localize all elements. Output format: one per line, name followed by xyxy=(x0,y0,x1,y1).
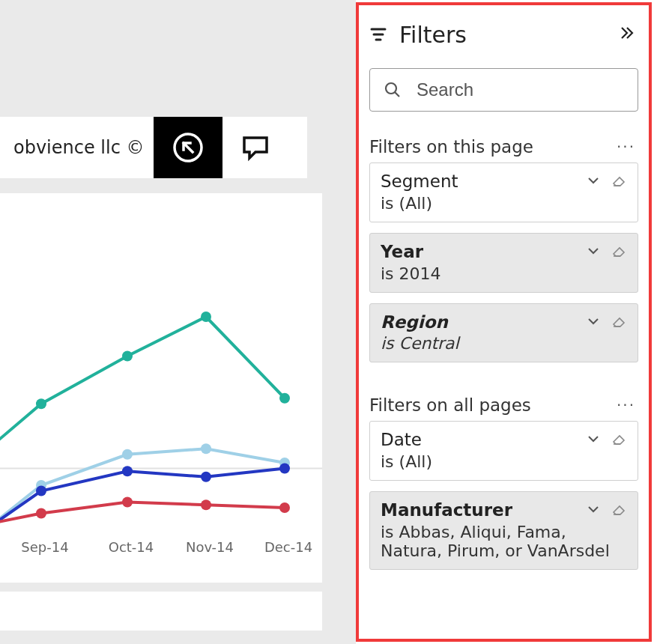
filter-section-more-button[interactable]: ··· xyxy=(617,138,638,156)
filters-pane-title: Filters xyxy=(399,22,619,48)
chart-series-marker xyxy=(122,466,133,476)
chart-series-marker xyxy=(201,443,211,454)
filter-clear-button[interactable] xyxy=(611,431,627,447)
ellipsis-icon: ··· xyxy=(617,396,635,414)
filter-card[interactable]: Regionis Central xyxy=(369,303,638,363)
filter-section-header: Filters on all pages··· xyxy=(369,395,638,415)
chevron-down-icon xyxy=(586,314,601,329)
chart-series-marker xyxy=(122,497,133,508)
chevron-down-icon xyxy=(586,431,601,446)
x-axis-tick-label: Sep-14 xyxy=(15,539,75,555)
chart-series-marker xyxy=(36,486,46,496)
comment-button[interactable] xyxy=(222,117,288,178)
svg-line-3 xyxy=(395,92,399,97)
chart-series-marker xyxy=(279,502,290,513)
chart-series-marker xyxy=(36,508,46,519)
filter-clear-button[interactable] xyxy=(611,313,627,329)
filter-card-name: Region xyxy=(381,312,585,333)
chart-x-axis: Sep-14Oct-14Nov-14Dec-14 xyxy=(0,539,322,562)
filter-card-name: Manufacturer xyxy=(381,499,585,521)
filters-pane-header: Filters xyxy=(369,19,638,50)
filter-card-name: Segment xyxy=(381,171,585,192)
chart-series-line xyxy=(0,317,285,452)
ellipsis-icon: ··· xyxy=(617,138,635,156)
chart-series-marker xyxy=(122,449,133,460)
filter-clear-button[interactable] xyxy=(611,172,627,189)
x-axis-tick-label: Dec-14 xyxy=(258,539,318,555)
filter-expand-button[interactable] xyxy=(585,313,602,329)
filter-section-title: Filters on all pages xyxy=(369,395,617,415)
filter-card-value: is Abbas, Aliqui, Fama, Natura, Pirum, o… xyxy=(381,523,627,560)
filter-expand-button[interactable] xyxy=(585,172,602,189)
filter-card[interactable]: Dateis (All) xyxy=(369,421,638,481)
chart-svg xyxy=(0,249,322,530)
x-axis-tick-label: Oct-14 xyxy=(101,539,161,555)
visual-header-strip: obvience llc © xyxy=(0,117,307,178)
eraser-icon xyxy=(611,431,626,446)
search-icon xyxy=(384,81,402,99)
x-axis-tick-label: Nov-14 xyxy=(180,539,240,555)
arrow-circle-icon xyxy=(171,130,205,165)
comment-icon xyxy=(240,133,270,162)
chevron-double-right-icon xyxy=(619,25,635,41)
svg-point-2 xyxy=(386,83,396,94)
canvas-top-gray xyxy=(0,0,356,117)
chart-series-marker xyxy=(279,393,290,404)
filter-clear-button[interactable] xyxy=(611,243,627,259)
filter-clear-button[interactable] xyxy=(611,501,627,517)
chart-series-marker xyxy=(122,351,133,362)
chevron-down-icon xyxy=(586,243,601,258)
filters-search-box[interactable] xyxy=(369,68,638,112)
filter-section-more-button[interactable]: ··· xyxy=(617,396,638,414)
filter-card-value: is Central xyxy=(381,334,627,353)
eraser-icon xyxy=(611,173,626,188)
filters-search-input[interactable] xyxy=(415,79,642,101)
filter-card[interactable]: Yearis 2014 xyxy=(369,233,638,293)
attribution-label: obvience llc © xyxy=(13,137,145,158)
report-canvas-left: obvience llc © Sep-14Oct-14Nov-14Dec-14 xyxy=(0,0,356,644)
filter-section-title: Filters on this page xyxy=(369,137,617,157)
canvas-bottom-strip xyxy=(0,592,322,631)
chart-plot-area xyxy=(0,249,322,530)
filter-icon xyxy=(369,25,389,43)
eraser-icon xyxy=(611,314,626,329)
filter-expand-button[interactable] xyxy=(585,243,602,259)
chart-series-marker xyxy=(279,464,290,474)
eraser-icon xyxy=(611,502,626,517)
chart-series-marker xyxy=(201,472,211,482)
filters-pane: Filters Filters on this page···Segmentis… xyxy=(356,2,652,642)
chevron-down-icon xyxy=(586,173,601,188)
filter-card-name: Year xyxy=(381,241,585,263)
chart-series-marker xyxy=(201,499,211,510)
filter-card[interactable]: Manufactureris Abbas, Aliqui, Fama, Natu… xyxy=(369,491,638,570)
chart-series-marker xyxy=(36,398,46,409)
filter-card-value: is 2014 xyxy=(381,264,627,283)
chart-series-line xyxy=(0,469,285,531)
collapse-pane-button[interactable] xyxy=(619,25,638,44)
filter-card-value: is (All) xyxy=(381,452,627,471)
line-chart-visual[interactable]: Sep-14Oct-14Nov-14Dec-14 xyxy=(0,193,322,583)
chevron-down-icon xyxy=(586,502,601,517)
filter-card-name: Date xyxy=(381,429,585,451)
filter-expand-button[interactable] xyxy=(585,431,602,447)
filter-card-value: is (All) xyxy=(381,194,627,213)
filter-card[interactable]: Segmentis (All) xyxy=(369,162,638,222)
filter-expand-button[interactable] xyxy=(585,501,602,517)
chart-series-marker xyxy=(201,312,211,322)
back-arrow-button[interactable] xyxy=(154,117,222,178)
filter-section-header: Filters on this page··· xyxy=(369,137,638,157)
eraser-icon xyxy=(611,243,626,258)
